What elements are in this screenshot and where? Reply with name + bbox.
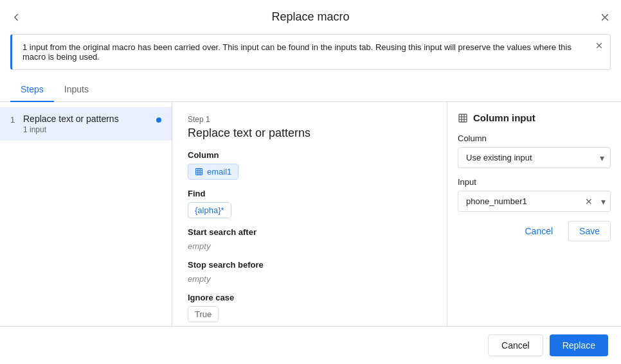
right-panel-save-button[interactable]: Save [568,221,611,241]
ignore-case-value: True [195,309,212,319]
field-start-search-value: empty [188,241,210,251]
field-find-label: Find [188,189,431,198]
footer: Cancel Replace [0,326,621,364]
svg-rect-9 [459,114,467,122]
page-title: Replace macro [271,10,349,24]
steps-list: 1 Replace text or patterns 1 input [0,102,172,333]
field-column-label: Column [188,150,431,160]
right-panel: Column input Column Use existing input C… [447,102,621,333]
field-stop-search: Stop search before empty [188,260,431,284]
header: Replace macro [0,0,621,34]
footer-replace-button[interactable]: Replace [550,334,608,356]
step-number: 1 [10,115,23,125]
step-label: Step 1 [188,115,431,124]
field-find: Find {alpha}* [188,189,431,218]
input-field-label: Input [458,177,611,187]
find-tag: {alpha}* [188,202,231,218]
input-field-wrapper: ✕ ▾ [458,191,611,212]
right-panel-actions: Cancel Save [458,221,611,241]
field-start-search-label: Start search after [188,227,431,237]
step-meta: 1 input [23,125,156,134]
field-start-search: Start search after empty [188,227,431,251]
right-panel-title: Column input [473,112,536,123]
step-item[interactable]: 1 Replace text or patterns 1 input [0,107,172,141]
field-ignore-case: Ignore case True [188,293,431,322]
right-panel-header: Column input [458,112,611,123]
center-panel: Step 1 Replace text or patterns Column e… [172,102,447,333]
back-button[interactable] [10,12,22,23]
step-active-indicator [156,117,161,123]
right-panel-cancel-button[interactable]: Cancel [514,221,563,241]
column-tag-value: email1 [207,167,231,177]
column-dropdown[interactable]: Use existing input Create new input [458,147,611,168]
column-input-icon [458,113,468,123]
tab-steps[interactable]: Steps [10,78,54,102]
info-banner: 1 input from the original macro has been… [10,34,611,70]
field-stop-search-value: empty [188,274,210,284]
clear-input-button[interactable]: ✕ [585,196,593,207]
svg-rect-4 [196,169,203,175]
tabs: Steps Inputs [0,78,621,102]
column-dropdown-label: Column [458,134,611,143]
close-button[interactable] [599,12,611,23]
step-info: Replace text or patterns 1 input [23,114,156,134]
tab-inputs[interactable]: Inputs [54,78,99,102]
find-tag-value: {alpha}* [195,205,224,215]
column-tag: email1 [188,164,239,180]
input-dropdown-arrow-icon: ▾ [601,196,606,207]
field-column: Column email1 [188,150,431,180]
ignore-case-tag: True [188,306,219,322]
footer-cancel-button[interactable]: Cancel [488,334,543,356]
banner-text: 1 input from the original macro has been… [22,42,572,62]
column-dropdown-wrapper: Use existing input Create new input ▾ [458,147,611,168]
main-content: 1 Replace text or patterns 1 input Step … [0,102,621,333]
field-stop-search-label: Stop search before [188,260,431,270]
step-title: Replace text or patterns [188,126,431,140]
step-name: Replace text or patterns [23,114,156,124]
field-ignore-case-label: Ignore case [188,293,431,302]
banner-close-button[interactable] [595,41,604,53]
